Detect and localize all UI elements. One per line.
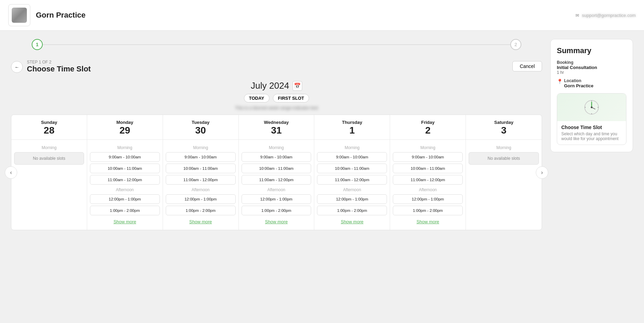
day-body-tuesday: Morning9:00am - 10:00am10:00am - 11:00am… [163, 140, 238, 230]
header-left: Gorn Practice [8, 4, 85, 26]
time-slot-button[interactable]: 9:00am - 10:00am [242, 152, 311, 162]
day-col-thursday: Thursday1Morning9:00am - 10:00am10:00am … [314, 115, 390, 230]
step-2-circle: 2 [510, 39, 521, 50]
day-header-sunday: Sunday28 [11, 115, 87, 140]
day-col-monday: Monday29Morning9:00am - 10:00am10:00am -… [87, 115, 163, 230]
time-slot-button[interactable]: 9:00am - 10:00am [90, 152, 160, 162]
time-slot-button[interactable]: 12:00pm - 1:00pm [242, 194, 311, 204]
booking-duration: 1 hr [557, 70, 626, 75]
time-slot-button[interactable]: 9:00am - 10:00am [317, 152, 387, 162]
time-slot-button[interactable]: 12:00pm - 1:00pm [166, 194, 236, 204]
time-slot-button[interactable]: 11:00am - 12:00pm [90, 175, 160, 185]
day-name: Saturday [467, 120, 540, 125]
time-slot-button[interactable]: 10:00am - 11:00am [393, 164, 463, 173]
show-more-link[interactable]: Show more [166, 217, 236, 227]
summary-booking: Booking Initial Consultation 1 hr [557, 60, 626, 75]
time-slot-button[interactable]: 1:00pm - 2:00pm [242, 206, 311, 215]
booking-label: Booking [557, 60, 626, 65]
info-card-desc: Select which day and time you would like… [561, 131, 622, 141]
time-slot-button[interactable]: 11:00am - 12:00pm [242, 175, 311, 185]
time-slot-button[interactable]: 10:00am - 11:00am [242, 164, 311, 173]
back-button[interactable]: ← [11, 61, 23, 73]
day-body-saturday: MorningNo available slots [466, 140, 542, 169]
day-num: 1 [316, 125, 388, 136]
day-header-tuesday: Tuesday30 [163, 115, 238, 140]
main-content: 1 2 ← STEP 1 OF 2 Choose Time Slot Cance… [0, 31, 644, 238]
calendar-icon[interactable]: 📅 [293, 81, 302, 91]
step-title: Choose Time Slot [27, 65, 91, 74]
clock-illustration [583, 99, 600, 116]
cancel-button[interactable]: Cancel [512, 61, 542, 71]
afternoon-label: Afternoon [393, 187, 463, 192]
time-slot-button[interactable]: 9:00am - 10:00am [393, 152, 463, 162]
step-info: ← STEP 1 OF 2 Choose Time Slot Cancel [11, 60, 542, 74]
calendar-grid: Sunday28MorningNo available slotsMonday2… [11, 115, 542, 230]
day-body-monday: Morning9:00am - 10:00am10:00am - 11:00am… [87, 140, 163, 230]
day-name: Monday [89, 120, 161, 125]
time-slot-button[interactable]: 1:00pm - 2:00pm [166, 206, 236, 215]
day-body-friday: Morning9:00am - 10:00am10:00am - 11:00am… [390, 140, 466, 230]
time-slot-button[interactable]: 12:00pm - 1:00pm [317, 194, 387, 204]
time-slot-button[interactable]: 11:00am - 12:00pm [317, 175, 387, 185]
time-slot-button[interactable]: 10:00am - 11:00am [90, 164, 160, 173]
time-slot-button[interactable]: 10:00am - 11:00am [317, 164, 387, 173]
summary-panel: Summary Booking Initial Consultation 1 h… [550, 39, 633, 230]
day-body-thursday: Morning9:00am - 10:00am10:00am - 11:00am… [314, 140, 390, 230]
day-num: 2 [391, 125, 464, 136]
practice-logo [8, 4, 30, 26]
time-slot-button[interactable]: 11:00am - 12:00pm [166, 175, 236, 185]
time-slot-button[interactable]: 12:00pm - 1:00pm [393, 194, 463, 204]
step-1-circle: 1 [32, 39, 43, 50]
email-icon: ✉ [575, 13, 579, 18]
header-right: ✉ support@gornpractice.com [575, 13, 636, 18]
show-more-link[interactable]: Show more [90, 217, 160, 227]
info-card-image [557, 94, 626, 121]
no-available-slots: No available slots [469, 152, 539, 165]
month-label: July 2024 [251, 80, 289, 91]
location-icon: 📍 [557, 79, 563, 84]
day-num: 31 [240, 125, 313, 136]
day-header-monday: Monday29 [87, 115, 163, 140]
time-slot-button[interactable]: 1:00pm - 2:00pm [317, 206, 387, 215]
time-slot-button[interactable]: 11:00am - 12:00pm [393, 175, 463, 185]
location-name: Gorn Practice [564, 83, 593, 88]
morning-label: Morning [317, 145, 387, 150]
day-name: Friday [391, 120, 464, 125]
time-slot-button[interactable]: 1:00pm - 2:00pm [393, 206, 463, 215]
day-col-saturday: Saturday3MorningNo available slots [466, 115, 542, 230]
morning-label: Morning [14, 145, 84, 150]
today-button[interactable]: TODAY [244, 94, 269, 102]
prev-week-button[interactable]: ‹ [5, 166, 17, 179]
day-header-saturday: Saturday3 [466, 115, 542, 140]
first-slot-button[interactable]: FIRST SLOT [273, 94, 309, 102]
summary-location: 📍 Location Gorn Practice [557, 78, 626, 88]
time-slot-button[interactable]: 12:00pm - 1:00pm [90, 194, 160, 204]
day-num: 3 [467, 125, 540, 136]
step-label: STEP 1 OF 2 [27, 60, 91, 65]
logo-image [12, 8, 27, 23]
day-col-friday: Friday2Morning9:00am - 10:00am10:00am - … [390, 115, 466, 230]
morning-label: Morning [90, 145, 160, 150]
location-label: Location [564, 78, 593, 83]
day-col-wednesday: Wednesday31Morning9:00am - 10:00am10:00a… [239, 115, 315, 230]
time-slot-button[interactable]: 10:00am - 11:00am [166, 164, 236, 173]
header-email: support@gornpractice.com [582, 13, 636, 18]
booking-name: Initial Consultation [557, 65, 626, 70]
day-header-wednesday: Wednesday31 [239, 115, 314, 140]
day-header-thursday: Thursday1 [314, 115, 390, 140]
afternoon-label: Afternoon [90, 187, 160, 192]
day-col-tuesday: Tuesday30Morning9:00am - 10:00am10:00am … [163, 115, 239, 230]
day-name: Sunday [13, 120, 85, 125]
show-more-link[interactable]: Show more [242, 217, 311, 227]
show-more-link[interactable]: Show more [317, 217, 387, 227]
next-week-button[interactable]: › [536, 166, 548, 179]
day-num: 28 [13, 125, 85, 136]
time-slot-button[interactable]: 9:00am - 10:00am [166, 152, 236, 162]
calendar-nav: TODAY FIRST SLOT [11, 94, 542, 102]
afternoon-label: Afternoon [166, 187, 236, 192]
show-more-link[interactable]: Show more [393, 217, 463, 227]
summary-title: Summary [557, 46, 626, 55]
day-num: 29 [89, 125, 161, 136]
time-slot-button[interactable]: 1:00pm - 2:00pm [90, 206, 160, 215]
info-card-title: Choose Time Slot [561, 125, 622, 130]
